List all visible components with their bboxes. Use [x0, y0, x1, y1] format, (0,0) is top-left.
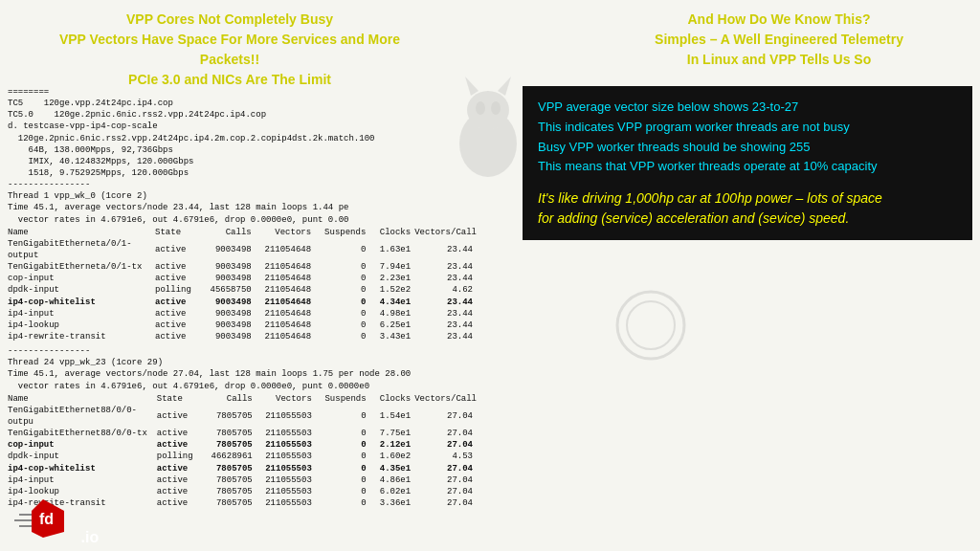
info-line5: It's like driving 1,000hp car at 100hp p…	[538, 188, 957, 209]
table1-cell: ip4-cop-whitelist	[8, 297, 155, 308]
table2-cell: 1.54e1	[370, 405, 414, 428]
table1-cell: 23.44	[414, 308, 477, 320]
table1-cell: polling	[155, 284, 200, 296]
terminal-line-sep1: ========	[8, 86, 477, 98]
th-calls1: Calls	[201, 227, 256, 238]
table1-cell: 7.94e1	[369, 261, 414, 273]
table1-cell: ip4-rewrite-transit	[8, 331, 155, 342]
info-line1: VPP average vector size below shows 23-t…	[538, 98, 957, 118]
table1-cell: 9003498	[201, 320, 256, 331]
table2-cell: 27.04	[414, 486, 477, 497]
terminal-line-sub: 120ge.2pnic.6nic.rss2.vpp.24t24pc.ip4.2m…	[8, 133, 477, 144]
table1-cell: 2.23e1	[369, 273, 414, 284]
th-suspends1: Suspends	[315, 227, 369, 238]
th-calls2: Calls	[202, 393, 256, 405]
info-box-content: VPP average vector size below shows 23-t…	[538, 98, 957, 229]
table2-cell: 7.75e1	[370, 428, 414, 439]
table1-cell: 211054648	[256, 331, 315, 342]
table2-cell: 0	[316, 451, 370, 462]
table1-cell: 0	[315, 297, 369, 308]
table2-cell: 27.04	[414, 463, 477, 474]
table1-cell: 23.44	[414, 273, 477, 284]
table1-cell: 1.63e1	[369, 238, 414, 261]
table2-cell: active	[157, 405, 202, 428]
svg-point-10	[491, 101, 501, 115]
table2-cell: active	[157, 428, 202, 439]
table2-cell: 27.04	[414, 474, 477, 486]
table1-cell: 211054648	[256, 284, 315, 296]
table2-cell: TenGigabitEthernet88/0/0-outpu	[8, 405, 157, 428]
terminal-line-1518: 1518, 9.752925Mpps, 120.000Gbps	[8, 167, 477, 179]
table2-cell: 211055503	[256, 463, 316, 474]
logo-text: .io	[81, 529, 100, 545]
info-line6-text: for adding (service) acceleration and (s…	[538, 210, 849, 226]
table2-cell: 0	[316, 428, 370, 439]
terminal-line-sep2: ----------------	[8, 179, 477, 190]
table2-cell: 4.86e1	[370, 474, 414, 486]
table1-cell: 6.25e1	[369, 320, 414, 331]
table1-cell: 1.52e2	[369, 284, 414, 296]
terminal-line-thread24: Thread 24 vpp_wk_23 (1core 29)	[8, 357, 477, 368]
th-state2: State	[157, 393, 202, 405]
svg-marker-7	[465, 77, 479, 96]
table2-cell: 0	[316, 474, 370, 486]
terminal-line-sep3: ----------------	[8, 345, 477, 357]
terminal-area: ======== TC5 120ge.vpp.24t24pc.ip4.cop T…	[8, 86, 477, 509]
table1-cell: 9003498	[201, 308, 256, 320]
terminal-line-64b: 64B, 138.000Mpps, 92,736Gbps	[8, 144, 477, 156]
table1-cell: 0	[315, 284, 369, 296]
table1-cell: 0	[315, 320, 369, 331]
svg-point-6	[467, 91, 509, 129]
th-clocks2: Clocks	[370, 393, 414, 405]
th-name1: Name	[8, 227, 155, 238]
table1-cell: 0	[315, 238, 369, 261]
terminal-line-thread1: Thread 1 vpp_wk_0 (1core 2)	[8, 190, 477, 202]
table2-cell: 211055503	[256, 428, 316, 439]
table1-cell: active	[155, 297, 200, 308]
table2-cell: active	[157, 486, 202, 497]
table2-cell: 3.36e1	[370, 497, 414, 509]
table2-cell: 211055503	[256, 405, 316, 428]
table1-cell: active	[155, 273, 200, 284]
table1-cell: 4.98e1	[369, 308, 414, 320]
th-state1: State	[155, 227, 200, 238]
table1-cell: ip4-input	[8, 308, 155, 320]
table1-cell: 211054648	[256, 297, 315, 308]
table2-cell: active	[157, 439, 202, 451]
circle-decoration	[612, 287, 689, 364]
table2-cell: 27.04	[414, 405, 477, 428]
table2-cell: 7805705	[202, 428, 256, 439]
table1-cell: 211054648	[256, 238, 315, 261]
table1-cell: 4.34e1	[369, 297, 414, 308]
info-line3: Busy VPP worker threads should be showin…	[538, 138, 957, 158]
table2-cell: polling	[157, 451, 202, 462]
table1-cell: 0	[315, 273, 369, 284]
terminal-line-tc5: TC5 120ge.vpp.24t24pc.ip4.cop	[8, 98, 477, 109]
table2-cell: active	[157, 463, 202, 474]
table2-cell: ip4-input	[8, 474, 157, 486]
table2-cell: 211055503	[256, 497, 316, 509]
table2-cell: 211055503	[256, 439, 316, 451]
table2-cell: 0	[316, 439, 370, 451]
table1-cell: 23.44	[414, 297, 477, 308]
terminal-line-rates1: vector rates in 4.6791e6, out 4.6791e6, …	[8, 214, 477, 226]
svg-point-9	[476, 101, 485, 115]
table1-cell: 23.44	[414, 238, 477, 261]
fd-logo: fd .io	[14, 496, 99, 546]
table2-cell: active	[157, 474, 202, 486]
terminal-line-imix: IMIX, 40.124832Mpps, 120.000Gbps	[8, 156, 477, 167]
table2-cell: cop-input	[8, 439, 157, 451]
table1-cell: 4.62	[414, 284, 477, 296]
table1-cell: active	[155, 238, 200, 261]
table2-cell: 1.60e2	[370, 451, 414, 462]
table1-cell: 9003498	[201, 273, 256, 284]
table2-cell: 211055503	[256, 451, 316, 462]
table2-cell: 6.02e1	[370, 486, 414, 497]
info-line2: This indicates VPP program worker thread…	[538, 118, 957, 138]
info-line4: This means that VPP worker threads opera…	[538, 157, 957, 177]
table1-cell: 45658750	[201, 284, 256, 296]
table2-cell: active	[157, 497, 202, 509]
table1-cell: 211054648	[256, 308, 315, 320]
table1-cell: TenGigabitEtherneta/0/1-output	[8, 238, 155, 261]
table2-cell: 0	[316, 463, 370, 474]
